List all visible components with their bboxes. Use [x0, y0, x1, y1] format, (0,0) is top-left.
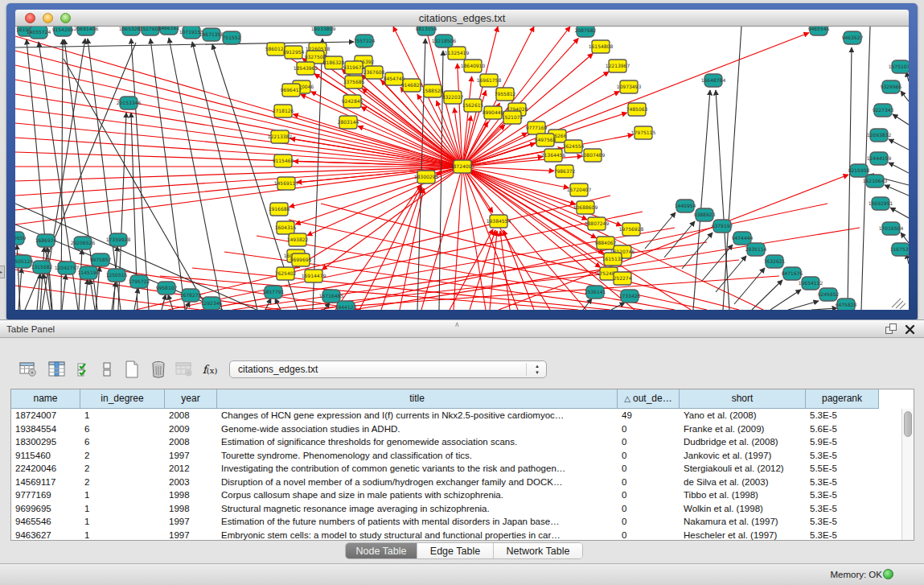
network-node[interactable]: 20206526 [71, 237, 96, 249]
network-node[interactable]: 1292346 [201, 297, 223, 310]
network-node[interactable]: 9699695 [290, 253, 312, 266]
network-node[interactable]: 1686974 [35, 234, 57, 247]
network-node[interactable]: 2935114 [745, 243, 767, 256]
network-node[interactable]: 751552 [223, 31, 241, 44]
network-node[interactable]: 1795722 [129, 275, 150, 288]
network-node[interactable]: 9696417 [281, 84, 302, 97]
network-node[interactable]: 9958107 [156, 282, 178, 295]
column-header-name[interactable]: name [11, 389, 80, 409]
network-node[interactable]: 13218506 [432, 35, 457, 47]
network-node[interactable]: 9154209 [52, 27, 74, 36]
float-panel-icon[interactable] [885, 323, 897, 335]
table-row[interactable]: 2242004622012Investigating the contribut… [11, 462, 914, 476]
network-node[interactable]: 1440954 [675, 200, 696, 212]
network-node[interactable]: 19756928 [619, 223, 644, 236]
table-row[interactable]: 977716911998Corpus callosum shape and si… [11, 488, 914, 502]
network-node[interactable]: 8912954 [283, 46, 305, 59]
network-node[interactable]: 15692951 [869, 197, 893, 210]
network-node[interactable]: 1493822 [287, 233, 309, 246]
network-node[interactable]: 9146821 [401, 79, 423, 92]
table-scrollbar[interactable] [901, 409, 914, 540]
network-node[interactable]: 1167531 [890, 243, 909, 256]
column-visibility-icon[interactable] [47, 359, 68, 380]
network-node[interactable]: 14569117 [274, 177, 299, 190]
table-gear-icon[interactable] [18, 359, 39, 380]
network-node[interactable]: 2087682 [575, 27, 597, 37]
network-node[interactable]: 16210643 [863, 175, 888, 187]
network-canvas[interactable]: 1872400758601248912954122605189327508818… [15, 27, 909, 310]
row-select-icon[interactable] [74, 359, 95, 380]
network-node[interactable]: 16648784 [701, 74, 726, 87]
splitter-chevron-icon[interactable]: ∧ [454, 321, 460, 328]
network-node[interactable]: 9975857 [90, 253, 112, 266]
column-header-pagerank[interactable]: pagerank [806, 389, 879, 409]
network-node[interactable]: 1521072 [502, 111, 524, 124]
network-node[interactable]: 8990448 [483, 106, 504, 119]
network-node[interactable]: 8322037 [442, 91, 464, 104]
column-header-in_degree[interactable]: in_degree [80, 389, 165, 409]
network-node[interactable]: 18807249 [585, 217, 610, 230]
network-node[interactable]: 1615132 [602, 253, 624, 266]
tab-edge-table[interactable]: Edge Table [417, 543, 494, 558]
network-node[interactable]: 20691406 [74, 27, 99, 35]
network-node[interactable]: 12213967 [606, 60, 630, 72]
network-node[interactable]: 9227343 [873, 104, 894, 117]
network-node[interactable]: 16961758 [477, 74, 502, 87]
network-node[interactable]: 9245652 [818, 288, 840, 301]
create-column-icon[interactable] [121, 359, 142, 380]
network-node[interactable]: 18300295 [414, 171, 439, 183]
column-header-title[interactable]: title [217, 389, 618, 409]
network-node[interactable]: 6475828 [836, 299, 857, 310]
table-row[interactable]: 946362711997Embryonic stem cells: a mode… [11, 529, 914, 542]
network-node[interactable]: 17359928 [106, 233, 131, 246]
network-node[interactable]: 9857791 [263, 286, 285, 299]
network-node[interactable]: 10973493 [617, 80, 642, 93]
network-node[interactable]: 17016504 [879, 222, 904, 235]
table-row[interactable]: 969969511998Structural magnetic resonanc… [11, 502, 914, 516]
network-node[interactable]: 6379197 [712, 220, 733, 233]
network-node[interactable]: 10807489 [581, 149, 606, 162]
network-node[interactable]: 7485063 [626, 103, 648, 116]
network-node[interactable]: 1536141 [585, 286, 606, 299]
column-header-year[interactable]: year [165, 389, 217, 409]
network-node[interactable]: 8813054 [416, 27, 437, 35]
network-node[interactable]: 1562615 [462, 99, 484, 112]
network-node[interactable]: 2367608 [363, 66, 385, 79]
function-builder-icon[interactable]: f(x) [199, 359, 220, 380]
network-node[interactable]: 7625402 [275, 267, 297, 280]
network-node[interactable]: 18543962 [294, 62, 318, 75]
network-node[interactable]: 252274 [614, 272, 632, 285]
network-node[interactable]: 18724007 [450, 160, 475, 173]
network-node[interactable]: 12213382 [268, 130, 293, 143]
network-node[interactable]: 1604316 [275, 221, 297, 234]
network-node[interactable]: 10654112 [799, 277, 823, 290]
network-node[interactable]: 1678275 [180, 289, 202, 302]
network-node[interactable]: 11325419 [445, 47, 470, 60]
network-node[interactable]: 9319672 [343, 61, 365, 74]
network-node[interactable]: 9463627 [842, 31, 864, 44]
network-node[interactable]: 1145194 [78, 266, 100, 279]
column-header-out_de[interactable]: △out_de… [618, 389, 680, 409]
control-panel-collapsed-handle[interactable]: ▸ [0, 266, 5, 278]
column-header-short[interactable]: short [680, 389, 806, 409]
network-window-titlebar[interactable]: citations_edges.txt [15, 10, 909, 27]
network-node[interactable]: 9388923 [694, 208, 716, 221]
network-node[interactable]: 12444159 [867, 152, 892, 165]
network-node[interactable]: 2803144 [338, 116, 359, 129]
network-node[interactable]: 16033809 [311, 27, 336, 35]
network-node[interactable]: 2718126 [273, 105, 294, 117]
delete-column-icon[interactable] [148, 359, 169, 380]
network-node[interactable]: 3375685 [343, 76, 365, 89]
network-node[interactable]: 16914479 [302, 270, 326, 282]
network-node[interactable]: 6497568 [535, 134, 556, 146]
tab-network-table[interactable]: Network Table [494, 543, 582, 558]
network-node[interactable]: 20153346 [117, 97, 142, 109]
table-row[interactable]: 1872400712008Changes of HCN gene express… [11, 409, 914, 422]
network-node[interactable]: 6466162 [158, 27, 180, 35]
memory-status-indicator[interactable] [883, 569, 893, 579]
network-node[interactable]: 17975115 [631, 126, 656, 139]
table-row[interactable]: 911546021997Tourette syndrome. Phenomeno… [11, 449, 914, 463]
network-node[interactable]: 8215958 [848, 164, 870, 177]
network-node[interactable]: 14671358 [199, 28, 224, 41]
tab-node-table[interactable]: Node Table [346, 543, 417, 558]
